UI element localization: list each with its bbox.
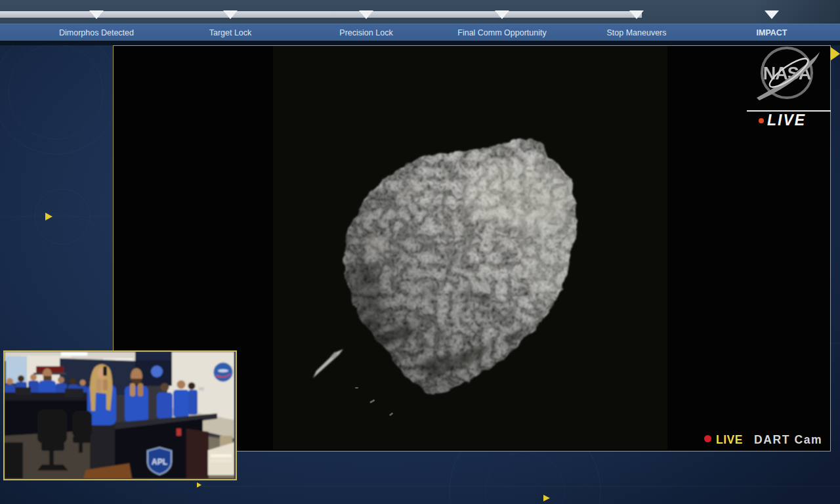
svg-text:APL: APL	[152, 457, 167, 467]
